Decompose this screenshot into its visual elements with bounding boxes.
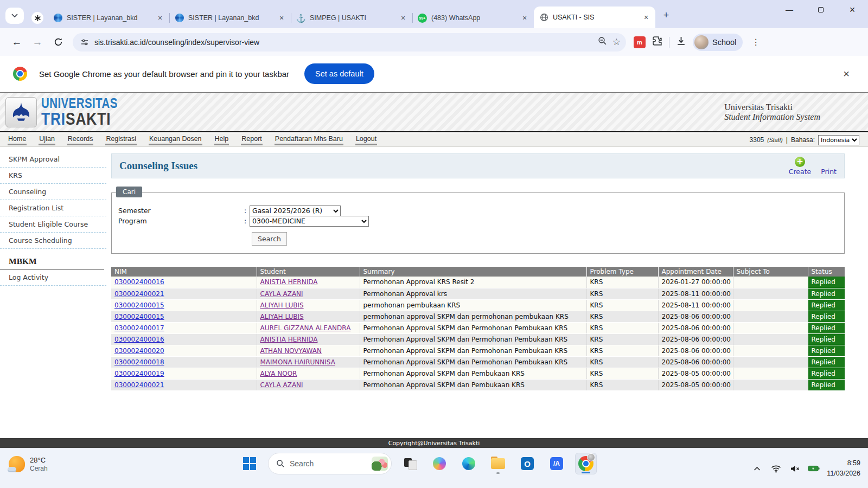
- nim-link[interactable]: 030002400020: [114, 347, 164, 355]
- nim-link[interactable]: 030002400021: [114, 381, 164, 389]
- browser-tab-2[interactable]: SISTER | Layanan_bkd×: [169, 8, 291, 28]
- back-button[interactable]: ←: [9, 34, 25, 50]
- wifi-icon[interactable]: [770, 463, 782, 474]
- problem-type-cell: KRS: [586, 379, 658, 390]
- start-button[interactable]: [239, 453, 260, 474]
- nav-item-ujian[interactable]: Ujian: [39, 134, 55, 145]
- panel-actions: + Create Print: [789, 157, 841, 176]
- student-link[interactable]: AUREL GIZZANA ALEANDRA: [260, 324, 351, 332]
- print-button[interactable]: Print: [821, 168, 837, 176]
- banner-close-icon[interactable]: ×: [838, 66, 855, 82]
- file-explorer-button[interactable]: [487, 453, 509, 474]
- weather-widget[interactable]: 28°C Cerah: [9, 456, 48, 472]
- browser-tab-3[interactable]: ⚓SIMPEG | USAKTI×: [291, 8, 412, 28]
- nav-item-records[interactable]: Records: [67, 134, 94, 145]
- anchor-glyph: ⚓: [296, 14, 306, 22]
- student-link[interactable]: MAIMONA HAIRUNNISA: [260, 358, 335, 366]
- student-link[interactable]: ATHAN NOVYAWAN: [260, 347, 322, 355]
- student-link[interactable]: ANISTIA HERNIDA: [260, 278, 318, 286]
- forward-button[interactable]: →: [29, 34, 46, 50]
- address-bar[interactable]: sis.trisakti.ac.id/counseling/index/supe…: [73, 33, 626, 52]
- student-link[interactable]: CAYLA AZANI: [260, 381, 303, 389]
- university-logo[interactable]: UNIVERSITAS TRISAKTI: [5, 97, 135, 127]
- window-maximize-button[interactable]: [805, 0, 837, 20]
- mathpix-button[interactable]: /A: [546, 453, 567, 474]
- student-link[interactable]: ALIYAH LUBIS: [260, 301, 304, 309]
- chrome-taskbar-button[interactable]: [575, 453, 597, 474]
- nav-item-help[interactable]: Help: [214, 134, 229, 145]
- taskbar-search[interactable]: Search: [268, 453, 392, 474]
- nim-link[interactable]: 030002400015: [114, 301, 164, 309]
- nav-item-logout[interactable]: Logout: [355, 134, 377, 145]
- nim-link[interactable]: 030002400017: [114, 324, 164, 332]
- create-button[interactable]: + Create: [789, 157, 812, 176]
- bahasa-select[interactable]: Indonesia: [818, 135, 859, 145]
- browser-menu-icon[interactable]: ⋮: [749, 37, 762, 47]
- nim-link[interactable]: 030002400019: [114, 370, 164, 377]
- logo-line2-blue: TRI: [41, 110, 66, 129]
- student-link[interactable]: CAYLA AZANI: [260, 290, 303, 298]
- window-close-button[interactable]: ×: [837, 0, 868, 20]
- downloads-icon[interactable]: [676, 36, 686, 48]
- status-badge: Replied: [808, 322, 845, 333]
- globe-icon: [539, 13, 548, 22]
- sidebar-item-skpm-approval[interactable]: SKPM Approval: [0, 151, 106, 168]
- nim-link[interactable]: 030002400018: [114, 358, 164, 366]
- profile-chip[interactable]: School: [693, 34, 743, 51]
- nav-item-keuangan-dosen[interactable]: Keuangan Dosen: [149, 134, 202, 145]
- window-minimize-button[interactable]: —: [774, 0, 805, 20]
- student-link[interactable]: ANISTIA HERNIDA: [260, 336, 318, 343]
- outlook-button[interactable]: O: [516, 453, 538, 474]
- sidebar-item-log-activity[interactable]: Log Activity: [0, 269, 106, 286]
- edge-button[interactable]: [458, 453, 480, 474]
- browser-tab-5[interactable]: USAKTI - SIS×: [534, 7, 655, 28]
- nim-link[interactable]: 030002400016: [114, 278, 164, 286]
- semester-select[interactable]: Gasal 2025/2026 (R): [250, 206, 341, 216]
- reload-button[interactable]: [50, 34, 66, 50]
- nav-item-report[interactable]: Report: [241, 134, 263, 145]
- tab-close-icon[interactable]: ×: [520, 13, 529, 23]
- sister-glyph: [175, 14, 184, 22]
- appointment-date-cell: 2025-08-11 00:00:00: [658, 299, 733, 311]
- student-link[interactable]: ALIYAH LUBIS: [260, 313, 304, 320]
- extensions-puzzle-icon[interactable]: [652, 36, 662, 48]
- zoom-out-icon[interactable]: [598, 36, 607, 48]
- nav-item-pendaftaran-mhs-baru[interactable]: Pendaftaran Mhs Baru: [275, 134, 343, 145]
- browser-tab-4[interactable]: 99+(483) WhatsApp×: [412, 8, 534, 28]
- tab-close-icon[interactable]: ×: [398, 13, 408, 23]
- search-button[interactable]: Search: [252, 232, 287, 246]
- taskbar-clock[interactable]: 8:59 11/03/2026: [827, 458, 860, 479]
- tab-search-button[interactable]: [5, 8, 24, 24]
- bookmark-star-icon[interactable]: ☆: [612, 37, 621, 47]
- mendeley-extension-icon[interactable]: m: [634, 36, 646, 48]
- tab-close-icon[interactable]: ×: [277, 13, 286, 23]
- student-link[interactable]: ALYA NOOR: [260, 370, 297, 377]
- task-view-button[interactable]: [399, 453, 421, 474]
- sidebar-item-krs[interactable]: KRS: [0, 168, 106, 184]
- tray-chevron-up-icon[interactable]: [751, 463, 763, 474]
- program-select[interactable]: 0300-MEDICINE: [250, 216, 369, 227]
- sidebar-item-counseling[interactable]: Counseling: [0, 184, 106, 200]
- browser-tab-1[interactable]: SISTER | Layanan_bkd×: [48, 8, 169, 28]
- sidebar-item-course-scheduling[interactable]: Course Scheduling: [0, 233, 106, 249]
- nav-item-home[interactable]: Home: [8, 134, 27, 145]
- tab-close-icon[interactable]: ×: [155, 13, 165, 23]
- header-system-name: Universitas Trisakti Student Information…: [724, 102, 820, 122]
- nim-link[interactable]: 030002400015: [114, 313, 164, 320]
- battery-icon[interactable]: [808, 463, 820, 474]
- tab-close-icon[interactable]: ×: [641, 12, 651, 22]
- new-tab-button[interactable]: +: [659, 8, 674, 23]
- set-as-default-button[interactable]: Set as default: [304, 63, 374, 84]
- sidebar-item-student-eligible-course[interactable]: Student Eligible Course: [0, 216, 106, 233]
- site-info-icon[interactable]: [77, 35, 92, 50]
- sidebar-item-registration-list[interactable]: Registration List: [0, 200, 106, 216]
- nim-cell: 030002400019: [111, 368, 257, 379]
- pinned-tab-chatgpt[interactable]: [28, 9, 47, 27]
- nim-link[interactable]: 030002400016: [114, 336, 164, 343]
- volume-muted-icon[interactable]: [789, 463, 801, 474]
- nim-link[interactable]: 030002400021: [114, 290, 164, 298]
- table-row: 030002400020ATHAN NOVYAWANPermohonan App…: [111, 345, 845, 356]
- url-text[interactable]: sis.trisakti.ac.id/counseling/index/supe…: [94, 38, 598, 47]
- copilot-button[interactable]: [429, 453, 450, 474]
- nav-item-registrasi[interactable]: Registrasi: [105, 134, 137, 145]
